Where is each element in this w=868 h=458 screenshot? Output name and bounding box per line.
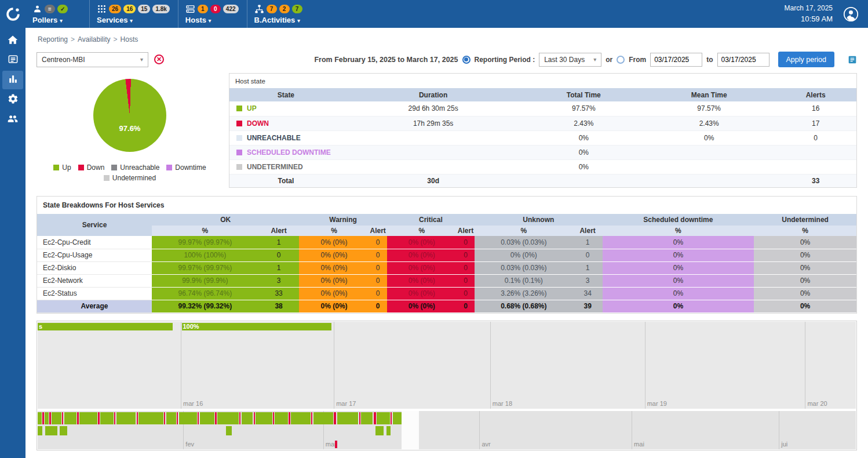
host-select-value: Centreon-MBI bbox=[42, 56, 85, 64]
breadcrumb-link-hosts[interactable]: Hosts bbox=[121, 35, 138, 43]
overview-segment bbox=[62, 412, 63, 424]
overview-segment bbox=[100, 412, 114, 424]
timeline-detail-chart[interactable]: mar 16mar 17mar 18mar 19mar 20s100% bbox=[38, 322, 856, 409]
hosts-badge: 0 bbox=[210, 5, 221, 13]
host-state-header: Alerts bbox=[775, 88, 856, 101]
breadcrumb-separator: > bbox=[71, 35, 75, 43]
menu-bactivities[interactable]: 727B.Activities ▾ bbox=[247, 0, 311, 28]
breakdown-cell: 100% (100%) bbox=[152, 249, 258, 261]
menu-pollers[interactable]: ≡✓Pollers ▾ bbox=[25, 0, 89, 28]
pollers-badge: ✓ bbox=[57, 5, 68, 13]
breakdown-cell: 0 bbox=[457, 300, 475, 312]
breakdown-group-header: Critical bbox=[387, 214, 475, 226]
user-icon[interactable] bbox=[843, 6, 859, 22]
chevron-down-icon: ▾ bbox=[593, 56, 596, 63]
menu-hosts[interactable]: 10422Hosts ▾ bbox=[178, 0, 247, 28]
duration-cell: 29d 6h 30m 25s bbox=[342, 101, 524, 116]
overview-segment bbox=[256, 412, 272, 424]
sidebar-item-gear[interactable] bbox=[2, 90, 23, 109]
b.activities-badge: 7 bbox=[267, 5, 277, 13]
export-icon[interactable] bbox=[848, 55, 857, 64]
overview-segment bbox=[374, 412, 376, 424]
breadcrumb: Reporting>Availability>Hosts bbox=[37, 28, 857, 49]
overview-segment bbox=[273, 412, 274, 424]
overview-segment bbox=[375, 426, 384, 435]
sidebar-item-people[interactable] bbox=[2, 110, 23, 129]
legend-swatch bbox=[104, 175, 110, 181]
sidebar-item-console[interactable] bbox=[2, 51, 23, 70]
breakdown-cell: 0% (0%) bbox=[387, 287, 457, 300]
service-name: Ec2-Cpu-Usage bbox=[37, 249, 152, 261]
overview-segment bbox=[164, 412, 165, 424]
apply-period-button[interactable]: Apply period bbox=[778, 52, 835, 67]
breakdown-cell: 0.1% (0.1%) bbox=[475, 274, 573, 287]
host-state-header: State bbox=[229, 88, 342, 101]
alerts-cell: 0 bbox=[775, 130, 856, 145]
breakdown-cell: 99.32% (99.32%) bbox=[152, 300, 258, 312]
overview-segment bbox=[49, 412, 50, 424]
overview-segment bbox=[289, 412, 290, 424]
host-state-table: StateDurationTotal TimeMean TimeAlerts U… bbox=[229, 88, 856, 187]
service-name: Ec2-Status bbox=[37, 287, 152, 300]
breadcrumb-link-availability[interactable]: Availability bbox=[78, 35, 110, 43]
centreon-logo[interactable] bbox=[0, 0, 25, 28]
total-time-cell: 97.57% bbox=[524, 101, 644, 116]
overview-segment bbox=[254, 412, 255, 424]
breakdown-cell: 0.03% (0.03%) bbox=[475, 236, 573, 249]
bactivities-icon bbox=[254, 4, 264, 14]
timeline-overview-chart[interactable]: fevmaravrmaijui bbox=[38, 411, 856, 449]
breakdown-cell: 99.9% (99.9%) bbox=[152, 274, 258, 287]
breadcrumb-link-reporting[interactable]: Reporting bbox=[38, 35, 68, 43]
legend-item-undetermined: Undetermined bbox=[104, 174, 156, 182]
breakdown-cell: 0% bbox=[754, 236, 856, 249]
sidebar-item-chart[interactable] bbox=[2, 71, 23, 89]
legend-item-unreachable: Unreachable bbox=[111, 163, 159, 172]
overview-segment bbox=[114, 412, 115, 424]
overview-segment bbox=[275, 412, 288, 424]
overview-segment bbox=[138, 412, 163, 424]
period-select[interactable]: Last 30 Days ▾ bbox=[539, 53, 601, 67]
legend-label: Downtime bbox=[175, 163, 206, 172]
services-icon bbox=[97, 4, 107, 14]
overview-selection-handle[interactable] bbox=[402, 411, 419, 449]
services-badge: 15 bbox=[138, 5, 150, 13]
table-row: DOWN17h 29m 35s2.43%2.43%17 bbox=[229, 116, 856, 130]
clear-selection-icon[interactable]: ✕ bbox=[154, 54, 164, 64]
state-label: DOWN bbox=[229, 116, 342, 130]
home-icon bbox=[7, 34, 19, 48]
breakdown-cell: 0% bbox=[603, 287, 754, 300]
period-range-text: From February 15, 2025 to March 17, 2025 bbox=[314, 56, 458, 64]
mean-time-cell: 97.57% bbox=[643, 101, 775, 116]
breadcrumb-separator: > bbox=[114, 35, 118, 43]
from-date-input[interactable] bbox=[650, 53, 702, 67]
overview-segment bbox=[391, 412, 392, 424]
host-select[interactable]: Centreon-MBI ▾ bbox=[37, 52, 148, 67]
overview-segment bbox=[334, 412, 336, 424]
services-badge: 16 bbox=[123, 5, 136, 13]
sidebar-item-home[interactable] bbox=[2, 31, 23, 50]
host-state-header: Total Time bbox=[524, 88, 644, 101]
table-row: Ec2-Network99.9% (99.9%)30% (0%)00% (0%)… bbox=[37, 274, 856, 287]
overview-segment bbox=[177, 412, 178, 424]
table-row: Ec2-Diskio99.97% (99.97%)10% (0%)00% (0%… bbox=[37, 261, 856, 274]
custom-period-radio[interactable] bbox=[617, 56, 625, 64]
breakdown-cell: 3.26% (3.26%) bbox=[475, 287, 573, 300]
breakdown-sub-header: % bbox=[387, 226, 457, 236]
breakdown-cell: 34 bbox=[573, 287, 603, 300]
breakdown-cell: 0% bbox=[754, 274, 856, 287]
breakdown-cell: 0% bbox=[603, 274, 754, 287]
breakdown-sub-header: Alert bbox=[457, 226, 475, 236]
reporting-period-radio[interactable] bbox=[462, 56, 471, 64]
breakdown-cell: 0% bbox=[603, 261, 754, 274]
duration-cell bbox=[342, 130, 524, 145]
breakdown-cell: 0 bbox=[369, 249, 387, 261]
menu-services[interactable]: 2616151.8kServices ▾ bbox=[89, 0, 178, 28]
alerts-cell bbox=[775, 159, 856, 174]
menu-label: Services ▾ bbox=[97, 16, 170, 24]
axis-month-label: jui bbox=[779, 441, 787, 448]
overview-segment bbox=[45, 426, 57, 435]
to-date-input[interactable] bbox=[717, 53, 769, 67]
host-state-panel: Host state StateDurationTotal TimeMean T… bbox=[229, 73, 857, 188]
menu-label: Pollers ▾ bbox=[32, 16, 81, 24]
axis-date-label: mar 16 bbox=[181, 400, 203, 407]
